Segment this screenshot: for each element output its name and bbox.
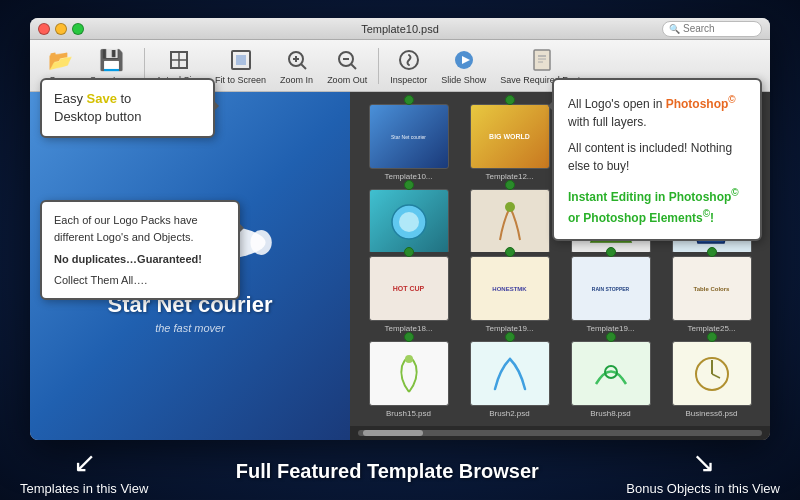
search-box[interactable]: 🔍: [662, 21, 762, 37]
bottom-center-section: Full Featured Template Browser: [236, 460, 539, 483]
pin-icon: [606, 247, 616, 257]
thumbnail-image: RAIN STOPPER: [571, 256, 651, 321]
pin-icon: [505, 247, 515, 257]
inspector-button[interactable]: Inspector: [384, 43, 433, 88]
thumbnail-image: Table Colors: [672, 256, 752, 321]
list-item[interactable]: Brush15.psd: [358, 337, 459, 422]
list-item[interactable]: BIG WORLD Template12...: [459, 100, 560, 185]
svg-line-10: [351, 64, 356, 69]
callout-right-line2: All content is included! Nothing else to…: [568, 139, 746, 175]
thumbnail-image: [470, 341, 550, 406]
callout-middle-line2: No duplicates…Guaranteed!: [54, 251, 226, 268]
bottom-left-text: Templates in this View: [20, 481, 148, 496]
svg-point-38: [405, 355, 413, 363]
pin-icon: [707, 332, 717, 342]
callout-photoshop-info: All Logo's open in Photoshop© with full …: [552, 78, 762, 241]
callout-middle-line1: Each of our Logo Packs have different Lo…: [54, 212, 226, 245]
thumbnail-image: [369, 189, 449, 252]
scroll-thumb[interactable]: [363, 430, 423, 436]
fit-screen-button[interactable]: Fit to Screen: [209, 43, 272, 88]
search-icon: 🔍: [669, 24, 680, 34]
thumbnail-image: [571, 341, 651, 406]
pin-icon: [404, 332, 414, 342]
separator2: [378, 48, 379, 84]
svg-line-6: [301, 64, 306, 69]
svg-rect-15: [534, 50, 550, 70]
minimize-button[interactable]: [55, 23, 67, 35]
list-item[interactable]: Art&Seals18...: [358, 185, 459, 252]
bottom-right-section: ↘ Bonus Objects in this View: [626, 446, 780, 496]
list-item[interactable]: Table Colors Template25...: [661, 252, 762, 337]
pin-icon: [606, 332, 616, 342]
thumbnail-image: [672, 341, 752, 406]
svg-point-35: [505, 202, 515, 212]
callout-middle-line3: Collect Them All….: [54, 272, 226, 289]
slideshow-icon: [450, 46, 478, 74]
bottom-right-text: Bonus Objects in this View: [626, 481, 780, 496]
thumbnail-image: Star Net courier: [369, 104, 449, 169]
actual-size-icon: [165, 46, 193, 74]
window-controls: [38, 23, 84, 35]
thumbnail-image: BIG WORLD: [470, 104, 550, 169]
search-input[interactable]: [683, 23, 763, 34]
instant-edit-text: Instant Editing in Photoshop© or Photosh…: [568, 190, 739, 225]
bottom-bar: ↙ Templates in this View Full Featured T…: [0, 442, 800, 500]
callout-logo-packs: Each of our Logo Packs have different Lo…: [40, 200, 240, 300]
callout-save-line1: Easy Save to: [54, 91, 131, 106]
list-item[interactable]: HOT CUP Template18...: [358, 252, 459, 337]
titlebar: Template10.psd 🔍: [30, 18, 770, 40]
pin-icon: [505, 332, 515, 342]
window-title: Template10.psd: [361, 23, 439, 35]
pin-icon: [404, 180, 414, 190]
thumbnail-image: [470, 189, 550, 252]
thumbnail-image: HOT CUP: [369, 256, 449, 321]
open-icon: 📂: [46, 46, 74, 74]
thumbnail-image: [369, 341, 449, 406]
list-item[interactable]: Brush2.psd: [459, 337, 560, 422]
bottom-center-text: Full Featured Template Browser: [236, 460, 539, 483]
preview-sub-text: the fast mover: [90, 322, 290, 334]
list-item[interactable]: Art&Seals60...: [459, 185, 560, 252]
callout-save-desktop: Easy Save to Desktop button: [40, 78, 215, 138]
arrow-right-icon: ↘: [692, 446, 715, 479]
list-item[interactable]: RAIN STOPPER Template19...: [560, 252, 661, 337]
pin-icon: [707, 247, 717, 257]
zoom-in-icon: [283, 46, 311, 74]
pin-icon: [404, 247, 414, 257]
zoom-out-button[interactable]: Zoom Out: [321, 43, 373, 88]
svg-rect-4: [236, 55, 246, 65]
svg-point-20: [250, 230, 271, 255]
thumbnail-grid-row2: HOT CUP Template18... HONESTMK Template1…: [350, 252, 770, 426]
callout-save-line2: Desktop button: [54, 109, 141, 124]
pin-icon: [505, 180, 515, 190]
callout-right-line3: Instant Editing in Photoshop© or Photosh…: [568, 185, 746, 227]
list-item[interactable]: Business6.psd: [661, 337, 762, 422]
pin-icon: [404, 95, 414, 105]
svg-point-34: [399, 212, 419, 232]
save-logo-icon: 💾: [98, 46, 126, 74]
maximize-button[interactable]: [72, 23, 84, 35]
arrow-left-icon: ↙: [73, 446, 96, 479]
scrollbar[interactable]: [350, 426, 770, 440]
list-item[interactable]: HONESTMK Template19...: [459, 252, 560, 337]
save-fonts-icon: [528, 46, 556, 74]
pin-icon: [505, 95, 515, 105]
fit-screen-icon: [227, 46, 255, 74]
scroll-track[interactable]: [358, 430, 762, 436]
thumbnail-image: HONESTMK: [470, 256, 550, 321]
zoom-out-icon: [333, 46, 361, 74]
close-button[interactable]: [38, 23, 50, 35]
photoshop-highlight: Photoshop©: [666, 97, 736, 111]
list-item[interactable]: Brush8.psd: [560, 337, 661, 422]
zoom-in-button[interactable]: Zoom In: [274, 43, 319, 88]
callout-save-highlight: Save: [87, 91, 117, 106]
callout-right-line1: All Logo's open in Photoshop© with full …: [568, 92, 746, 131]
slideshow-button[interactable]: Slide Show: [435, 43, 492, 88]
svg-line-42: [712, 374, 720, 378]
bottom-left-section: ↙ Templates in this View: [20, 446, 148, 496]
inspector-icon: [395, 46, 423, 74]
list-item[interactable]: Star Net courier Template10...: [358, 100, 459, 185]
